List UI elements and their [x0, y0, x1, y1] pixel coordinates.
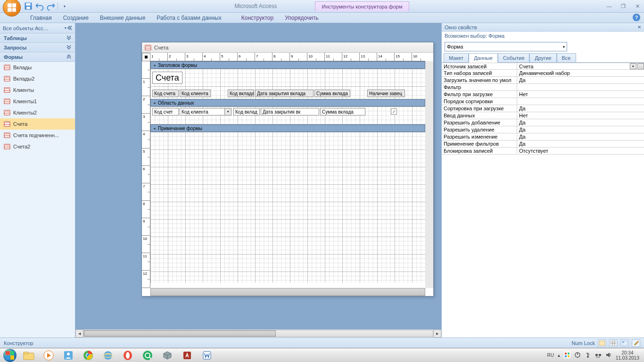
taskbar-opera-icon[interactable] [118, 349, 137, 362]
form-header-section[interactable]: Счета Код счетаКод клиентаКод вкладаДата… [150, 69, 425, 99]
prop-tab-all[interactable]: Все [557, 53, 576, 63]
start-button[interactable] [1, 349, 19, 362]
nav-item-form[interactable]: Клиенты2 [0, 107, 75, 118]
property-value[interactable] [517, 84, 644, 90]
tray-network-icon[interactable] [595, 352, 602, 359]
ribbon-tab-arrange[interactable]: Упорядочить [279, 13, 324, 23]
property-value[interactable]: Да [517, 140, 644, 147]
combobox-arrow-icon[interactable]: ▾ [224, 108, 231, 115]
ribbon-tab-design[interactable]: Конструктор [236, 13, 279, 23]
tray-flag-icon[interactable] [564, 352, 570, 359]
field-textbox[interactable]: Код счет [152, 108, 179, 115]
property-value[interactable]: Да [517, 77, 644, 83]
property-value[interactable] [517, 98, 644, 105]
workspace-hscroll[interactable]: ◂ ▸ [75, 329, 441, 337]
view-layout-icon[interactable] [620, 339, 629, 347]
property-value[interactable]: Динамический набор [517, 70, 644, 76]
chevron-down-icon[interactable]: ▾ [65, 26, 66, 30]
ribbon-tab-external[interactable]: Внешние данные [94, 13, 151, 23]
vertical-ruler[interactable]: 123456789101112 [142, 61, 150, 288]
property-sheet-close-icon[interactable]: ✕ [637, 25, 641, 30]
nav-item-form[interactable]: Клиенты1 [0, 96, 75, 107]
horizontal-scrollbar[interactable] [150, 288, 425, 296]
help-icon[interactable]: ? [633, 14, 640, 21]
taskbar-app2-icon[interactable] [138, 349, 157, 362]
property-row[interactable]: Блокировка записейОтсутствует [442, 148, 644, 155]
header-label[interactable]: Код счета [152, 90, 179, 97]
nav-group-forms[interactable]: Формы [0, 52, 75, 62]
property-row[interactable]: Загрузить значения по умолДа [442, 77, 644, 84]
nav-item-form[interactable]: Счета [0, 118, 75, 130]
nav-item-form[interactable]: Клиенты [0, 84, 75, 96]
qat-customize-icon[interactable]: ▾ [60, 1, 69, 11]
checkbox-control[interactable] [391, 108, 397, 115]
view-design-icon[interactable] [632, 339, 640, 347]
ribbon-tab-database[interactable]: Работа с базами данных [151, 13, 227, 23]
scroll-left-icon[interactable]: ◂ [75, 329, 83, 337]
property-value[interactable]: Отсутствует [517, 148, 644, 154]
tray-power-icon[interactable] [574, 352, 581, 359]
property-value[interactable]: Нет [517, 91, 644, 98]
property-value[interactable]: Счета▾… [517, 63, 644, 69]
nav-item-form[interactable]: Вклады [0, 62, 75, 73]
ribbon-tab-home[interactable]: Главная [25, 13, 58, 23]
tray-lang[interactable]: RU [547, 353, 553, 358]
form-detail-section-bar[interactable]: Область данных [150, 99, 425, 107]
field-textbox[interactable]: Код вклад [233, 108, 260, 115]
redo-icon[interactable] [46, 1, 56, 11]
property-row[interactable]: Разрешить изменениеДа [442, 133, 644, 140]
tray-usb-icon[interactable] [585, 352, 591, 359]
form-footer-section[interactable] [150, 132, 425, 283]
nav-group-tables[interactable]: Таблицы [0, 33, 75, 43]
prop-tab-format[interactable]: Макет [444, 53, 469, 63]
property-row[interactable]: Фильтр [442, 84, 644, 91]
nav-item-form[interactable]: Вклады2 [0, 73, 75, 84]
property-row[interactable]: Применение фильтровДа [442, 140, 644, 148]
vertical-scrollbar[interactable] [425, 61, 433, 288]
header-label[interactable]: Сумма вклада [314, 90, 350, 97]
view-form-icon[interactable] [598, 339, 606, 347]
property-value[interactable]: Да [517, 133, 644, 140]
field-textbox[interactable]: Код клиента▾ [180, 108, 231, 115]
taskbar-chrome-icon[interactable] [79, 349, 98, 362]
taskbar-explorer-icon[interactable] [19, 349, 38, 362]
property-value[interactable]: Да [517, 126, 644, 133]
prop-tab-event[interactable]: События [498, 53, 529, 63]
property-row[interactable]: Разрешить добавлениеДа [442, 119, 644, 126]
ruler-corner[interactable] [142, 53, 150, 61]
header-label[interactable]: Наличие завец [367, 90, 405, 97]
header-label[interactable]: Код клиента [180, 90, 211, 97]
form-header-section-bar[interactable]: Заголовок формы [150, 61, 425, 69]
property-row[interactable]: Источник записейСчета▾… [442, 63, 644, 70]
scroll-right-icon[interactable]: ▸ [433, 329, 441, 337]
property-object-selector[interactable]: Форма ▾ [445, 42, 567, 51]
form-window-titlebar[interactable]: Счета [142, 42, 433, 53]
property-builder-icon[interactable]: … [637, 63, 644, 69]
field-textbox[interactable]: Сумма вклада [320, 108, 365, 115]
maximize-button[interactable]: ❐ [619, 3, 628, 9]
nav-item-form[interactable]: Счета2 [0, 141, 75, 152]
property-dropdown-icon[interactable]: ▾ [630, 63, 636, 69]
undo-icon[interactable] [35, 1, 44, 11]
property-row[interactable]: Фильтр при загрузкеНет [442, 91, 644, 98]
form-detail-section[interactable]: Код счетКод клиента▾Код вкладДата закрыт… [150, 107, 425, 124]
view-datasheet-icon[interactable] [609, 339, 618, 347]
taskbar-ie-icon[interactable] [99, 349, 117, 362]
header-label[interactable]: Дата закрытия вклада [255, 90, 314, 97]
close-button[interactable]: ✕ [633, 3, 642, 9]
nav-header[interactable]: Все объекты Acc… ▾ [0, 23, 75, 33]
form-title-label[interactable]: Счета [152, 72, 182, 84]
prop-tab-other[interactable]: Другие [529, 53, 556, 63]
property-value[interactable]: Да [517, 105, 644, 112]
taskbar-access-icon[interactable] [178, 349, 197, 362]
taskbar-app-icon[interactable] [59, 349, 78, 362]
property-row[interactable]: Порядок сортировки [442, 98, 644, 105]
taskbar-mediaplayer-icon[interactable] [39, 349, 58, 362]
property-value[interactable]: Да [517, 119, 644, 126]
horizontal-ruler[interactable]: 12345678910111213141516 [150, 53, 425, 61]
taskbar-word-icon[interactable] [198, 349, 216, 362]
property-value[interactable]: Нет [517, 112, 644, 119]
property-row[interactable]: Сортировка при загрузкеДа [442, 105, 644, 112]
property-row[interactable]: Разрешить удалениеДа [442, 126, 644, 133]
property-row[interactable]: Ввод данныхНет [442, 112, 644, 119]
